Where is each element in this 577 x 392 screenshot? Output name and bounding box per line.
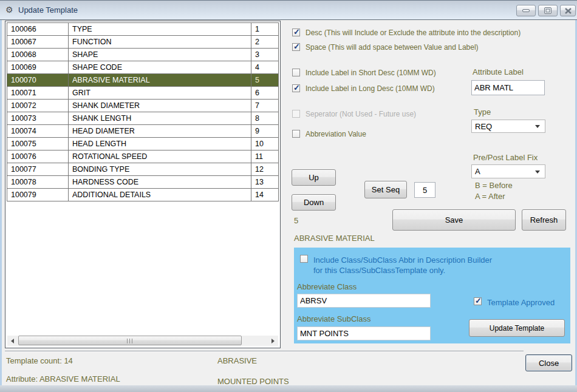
template-approved-checkbox[interactable]: Template Approved <box>474 297 555 308</box>
checkbox-label: Seperator (Not Used - Future use) <box>306 110 416 118</box>
cell-name: SHANK DIAMETER <box>69 100 251 112</box>
cell-name: SHAPE <box>69 49 251 61</box>
minimize-icon <box>522 9 530 13</box>
cell-id: 100071 <box>7 87 69 100</box>
abbreviate-class-input[interactable] <box>297 294 431 308</box>
class-subclass-panel: Include Class/SubClass Abbr in Descripti… <box>294 248 570 343</box>
update-template-button[interactable]: Update Template <box>469 319 565 337</box>
cell-seq: 14 <box>251 189 279 201</box>
save-button[interactable]: Save <box>392 209 516 231</box>
cell-id: 100078 <box>7 176 69 189</box>
maximize-button[interactable] <box>538 5 558 16</box>
down-button[interactable]: Down <box>292 194 336 211</box>
scroll-right-button[interactable] <box>268 336 278 346</box>
chevron-down-icon <box>535 125 540 128</box>
window-bottom-border <box>0 385 577 392</box>
scroll-left-icon <box>11 339 14 343</box>
set-seq-button[interactable]: Set Seq <box>364 181 407 198</box>
close-button[interactable]: Close <box>525 354 572 371</box>
cell-id: 100073 <box>7 112 69 125</box>
scroll-left-button[interactable] <box>7 336 18 346</box>
cell-name: TYPE <box>69 23 251 36</box>
minimize-button[interactable] <box>516 5 536 16</box>
table-row[interactable]: 100066TYPE1 <box>7 23 279 36</box>
checkbox-box <box>292 29 300 36</box>
template-count-label: Template count: 14 <box>6 356 73 365</box>
table-row[interactable]: 100077BONDING TYPE12 <box>7 163 279 176</box>
abbreviate-subclass-caption: Abbreviate SubClass <box>297 314 370 323</box>
maximize-icon <box>544 7 551 14</box>
cell-id: 100077 <box>7 163 69 176</box>
cell-id: 100069 <box>7 61 69 74</box>
abbreviate-subclass-input[interactable] <box>297 326 431 340</box>
checkbox-box <box>292 43 300 51</box>
table-row[interactable]: 100070ABRASIVE MATERIAL5 <box>7 74 279 87</box>
type-select[interactable]: REQ <box>471 120 545 133</box>
prepost-select-value: A <box>475 167 480 176</box>
status-divider <box>5 351 524 352</box>
checkbox-label: Space (This will add space between Value… <box>306 43 479 52</box>
cell-id: 100075 <box>7 138 69 150</box>
close-window-button[interactable] <box>560 5 576 16</box>
subclass-name-label: MOUNTED POINTS <box>217 377 289 386</box>
up-button[interactable]: Up <box>292 169 336 186</box>
chevron-down-icon <box>535 171 540 174</box>
attribute-grid: 100066TYPE1100067FUNCTION2100068SHAPE310… <box>5 21 281 348</box>
desc-checkbox[interactable]: Desc (This will Include or Exclude the a… <box>292 29 521 37</box>
prepost-select[interactable]: A <box>471 164 545 178</box>
table-row[interactable]: 100075HEAD LENGTH10 <box>7 138 279 150</box>
table-row[interactable]: 100071GRIT6 <box>7 87 279 100</box>
cell-name: ROTATIONAL SPEED <box>69 150 251 163</box>
include-long-desc-checkbox[interactable]: Include Label in Long Desc (10MM WD) <box>292 84 435 93</box>
current-attribute-label: ABRASIVE MATERIAL <box>294 234 375 243</box>
cell-seq: 7 <box>251 100 279 112</box>
checkbox-label: Include Label in Short Desc (10MM WD) <box>306 69 436 77</box>
attribute-label-input[interactable] <box>471 80 545 95</box>
cell-id: 100070 <box>7 74 69 87</box>
space-checkbox[interactable]: Space (This will add space between Value… <box>292 43 479 52</box>
prepost-hint-before: B = Before <box>475 181 513 190</box>
close-icon <box>565 8 572 14</box>
checkbox-box <box>292 130 300 138</box>
checkbox-box <box>292 84 300 92</box>
checkbox-box <box>292 69 300 76</box>
table-row[interactable]: 100079ADDITIONAL DETAILS14 <box>7 189 279 201</box>
app-gear-icon: ⚙ <box>5 5 15 15</box>
checkbox-label: Template Approved <box>487 297 555 308</box>
grid-hscrollbar[interactable] <box>7 336 278 346</box>
abbreviation-value-checkbox[interactable]: Abbreviation Value <box>292 130 366 138</box>
checkbox-label: Include Label in Long Desc (10MM WD) <box>306 84 435 93</box>
prepost-caption: Pre/Post Label Fix <box>473 153 538 162</box>
attribute-status-label: Attribute: ABRASIVE MATERIAL <box>6 374 120 384</box>
cell-name: GRIT <box>69 87 251 100</box>
cell-seq: 4 <box>251 61 279 74</box>
abbreviate-class-caption: Abbreviate Class <box>297 282 357 291</box>
type-caption: Type <box>474 107 491 117</box>
table-row[interactable]: 100067FUNCTION2 <box>7 36 279 49</box>
table-row[interactable]: 100069SHAPE CODE4 <box>7 61 279 74</box>
cell-seq: 3 <box>251 49 279 61</box>
table-row[interactable]: 100074HEAD DIAMETER9 <box>7 125 279 138</box>
cell-name: FUNCTION <box>69 36 251 49</box>
table-row[interactable]: 100068SHAPE3 <box>7 49 279 61</box>
cell-name: HEAD LENGTH <box>69 138 251 150</box>
cell-name: SHAPE CODE <box>69 61 251 74</box>
attribute-table: 100066TYPE1100067FUNCTION2100068SHAPE310… <box>7 22 279 201</box>
table-row[interactable]: 100073SHANK LENGTH8 <box>7 112 279 125</box>
cell-id: 100068 <box>7 49 69 61</box>
checkbox-box <box>292 110 300 118</box>
include-class-abbr-checkbox[interactable]: Include Class/SubClass Abbr in Descripti… <box>300 255 492 275</box>
include-short-desc-checkbox[interactable]: Include Label in Short Desc (10MM WD) <box>292 69 436 77</box>
cell-name: HEAD DIAMETER <box>69 125 251 138</box>
client-area: 100066TYPE1100067FUNCTION2100068SHAPE310… <box>0 20 577 386</box>
table-row[interactable]: 100078HARDNESS CODE13 <box>7 176 279 189</box>
table-row[interactable]: 100076ROTATIONAL SPEED11 <box>7 150 279 163</box>
checkbox-label: Abbreviation Value <box>306 130 366 138</box>
seq-input[interactable] <box>414 182 435 198</box>
scroll-thumb[interactable] <box>18 336 242 345</box>
refresh-button[interactable]: Refresh <box>522 209 566 231</box>
window-title: Update Template <box>18 5 78 15</box>
window-left-border <box>0 20 2 385</box>
table-row[interactable]: 100072SHANK DIAMETER7 <box>7 100 279 112</box>
cell-id: 100074 <box>7 125 69 138</box>
